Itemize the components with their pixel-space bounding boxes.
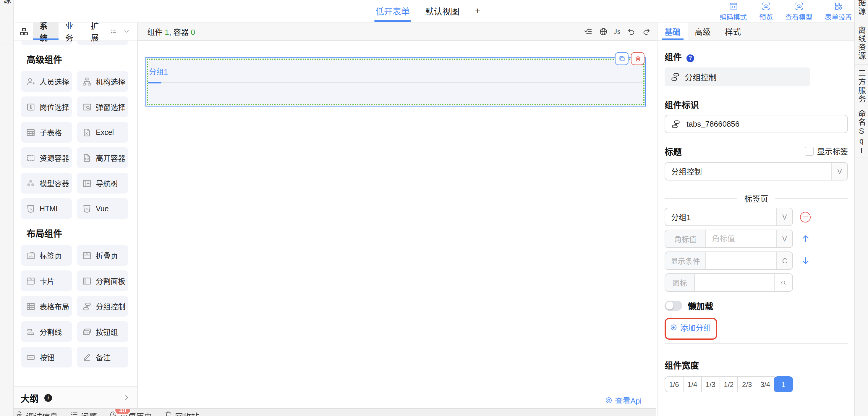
statusbar-item-recycle[interactable]: 回收站 — [164, 410, 199, 416]
component-item-card[interactable]: 卡片 — [21, 270, 72, 291]
redo-icon[interactable] — [642, 27, 651, 36]
component-item-divider[interactable]: 分割线 — [21, 321, 72, 342]
delete-component-button[interactable] — [631, 52, 645, 65]
component-item-org-chart[interactable]: 机构选择 — [77, 71, 128, 92]
view-api-link[interactable]: 查看Api — [605, 395, 642, 406]
copy-component-button[interactable] — [615, 52, 628, 65]
sidebar-tab-extension[interactable]: 扩展 — [84, 23, 110, 40]
tab-low-code-form[interactable]: 低开表单 — [375, 0, 410, 22]
sidebar-tab-business[interactable]: 业务 — [59, 23, 85, 40]
component-item-popup-search[interactable]: 弹窗选择 — [77, 96, 128, 117]
sidebar-tab-system[interactable]: 系统 — [33, 23, 59, 40]
component-item-group-control[interactable]: 分组控制 — [77, 296, 128, 317]
org-chart-icon — [82, 77, 92, 86]
right-strip-tab-命名Sql[interactable]: 命名Sql — [855, 108, 868, 157]
component-item-model-container[interactable]: 模型容器 — [21, 173, 72, 194]
tab-name-field[interactable]: V — [664, 208, 793, 226]
show-label-checkbox[interactable]: 显示标签 — [805, 146, 848, 157]
badge-value-field[interactable]: 角标值 V — [664, 230, 793, 248]
component-item-subtable[interactable]: 子表格 — [21, 122, 72, 143]
condition-bind-button[interactable]: C — [776, 252, 792, 269]
tab-style[interactable]: 样式 — [718, 23, 748, 40]
tab-default-view[interactable]: 默认视图 — [425, 0, 459, 22]
component-item-tabs[interactable]: Tab标签页 — [21, 245, 72, 266]
tab-name-input[interactable] — [665, 208, 776, 226]
chevron-right-icon[interactable] — [123, 394, 130, 401]
undo-icon[interactable] — [627, 27, 636, 36]
remove-group-button[interactable] — [800, 212, 811, 222]
component-item-person-add[interactable]: 人员选择 — [21, 71, 72, 92]
badge-value-row: 角标值 V — [664, 230, 848, 248]
badge-value-input[interactable] — [706, 230, 776, 247]
tab-advanced[interactable]: 高级 — [688, 23, 718, 40]
chevron-down-icon[interactable] — [123, 28, 130, 35]
statusbar-item-issues[interactable]: 问题40 — [70, 410, 97, 416]
component-item-collapse[interactable]: 折叠页 — [77, 245, 128, 266]
component-item-note[interactable]: 备注 — [77, 347, 128, 367]
components-icon[interactable] — [20, 23, 28, 40]
globe-icon[interactable] — [599, 27, 608, 36]
right-strip-tab-数据源[interactable]: 数据源 — [855, 0, 868, 21]
help-icon[interactable]: ? — [686, 54, 694, 62]
component-item-nav-tree[interactable]: 导航树 — [77, 173, 128, 194]
filter-list-icon[interactable] — [110, 28, 117, 35]
icon-input[interactable] — [695, 274, 774, 291]
icon-search-button[interactable] — [774, 274, 792, 291]
condition-input[interactable] — [706, 252, 776, 269]
variable-bind-button[interactable]: V — [776, 208, 792, 226]
selected-tabs-component[interactable]: 分组1 — [146, 57, 646, 107]
topbar-action-preview-eye[interactable]: 预览 — [759, 2, 773, 21]
condition-prefix-label: 显示条件 — [665, 252, 706, 269]
outline-label: 大纲 — [21, 391, 38, 404]
group-tab[interactable]: 分组1 — [149, 66, 168, 77]
width-option-1[interactable]: 1 — [774, 376, 793, 392]
topbar-action-form-settings[interactable]: 表单设置 — [825, 2, 852, 21]
width-option-3/4[interactable]: 3/4 — [756, 376, 775, 392]
component-item-table-layout[interactable]: 表格布局 — [21, 296, 72, 317]
component-item-label: 折叠页 — [96, 250, 118, 261]
component-item-excel-file[interactable]: Excel — [77, 122, 128, 143]
component-id-input[interactable] — [681, 115, 847, 132]
width-option-1/6[interactable]: 1/6 — [664, 376, 684, 392]
component-item-post-badge[interactable]: 岗位选择 — [21, 96, 72, 117]
right-strip-tab-三方服务[interactable]: 三方服务 — [855, 65, 868, 108]
component-id-field[interactable] — [664, 115, 848, 133]
topbar-action-code-window[interactable]: 编码模式 — [720, 2, 747, 21]
component-item-code-container[interactable]: 高开容器 — [77, 147, 128, 168]
component-item-vue[interactable]: 5Vue — [77, 198, 128, 219]
component-item-html5[interactable]: 5HTML — [21, 198, 72, 219]
add-group-button[interactable]: 添加分组 — [670, 322, 716, 333]
tabs-section-divider: 标签页 — [664, 192, 848, 204]
mid-column: 低开表单 默认视图 + 编码模式预览查看模型表单设置 系统 业务 扩展 — [13, 0, 855, 416]
variable-bind-button[interactable]: V — [831, 163, 847, 180]
statusbar-item-label: 问题 — [81, 410, 97, 416]
component-item-button[interactable]: BTN按钮 — [21, 347, 72, 367]
outline-bar[interactable]: 大纲 i — [13, 386, 137, 408]
canvas-body[interactable]: 分组1 查看Api — [138, 41, 657, 416]
checkbox-icon[interactable] — [805, 147, 814, 156]
width-option-1/4[interactable]: 1/4 — [683, 376, 702, 392]
move-up-icon[interactable] — [801, 234, 810, 243]
title-field[interactable]: V — [664, 162, 848, 180]
component-item-button-group[interactable]: BTN按钮组 — [77, 321, 128, 342]
width-option-2/3[interactable]: 2/3 — [738, 376, 756, 392]
statusbar-item-debug[interactable]: 调试信息 — [16, 410, 58, 416]
tab-basic[interactable]: 基础 — [657, 23, 688, 40]
js-icon[interactable]: Js — [614, 27, 620, 36]
component-item-split-panel[interactable]: 分割面板 — [77, 270, 128, 291]
title-input[interactable] — [665, 163, 831, 180]
right-strip-tab-离线资源[interactable]: 离线资源 — [855, 21, 868, 65]
lazy-load-toggle[interactable] — [664, 301, 682, 311]
left-strip-partial-tab[interactable]: 源 — [0, 0, 13, 44]
topbar-action-model-eye[interactable]: 查看模型 — [785, 2, 812, 21]
component-item-resource-container[interactable]: 资源容器 — [21, 147, 72, 168]
lazy-load-label: 懒加载 — [688, 299, 713, 312]
icon-field[interactable]: 图标 — [664, 273, 793, 292]
variable-bind-button[interactable]: V — [776, 230, 792, 247]
move-down-icon[interactable] — [801, 256, 810, 265]
condition-field[interactable]: 显示条件 C — [664, 251, 793, 270]
width-option-1/2[interactable]: 1/2 — [719, 376, 738, 392]
validate-list-icon[interactable] — [584, 27, 592, 36]
width-option-1/3[interactable]: 1/3 — [701, 376, 720, 392]
add-view-button[interactable]: + — [475, 0, 481, 22]
